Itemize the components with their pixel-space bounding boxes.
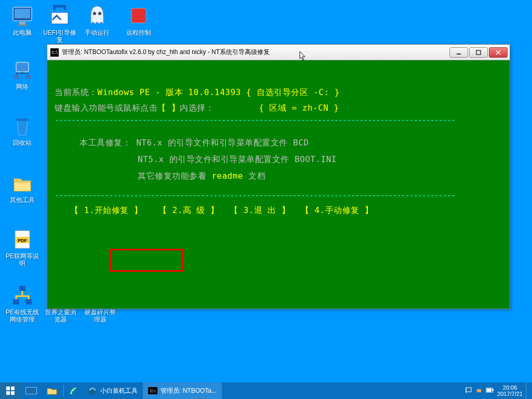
highlight-box [110, 249, 183, 272]
svg-rect-11 [25, 75, 31, 79]
recycle-bin-icon [10, 113, 35, 138]
bracket-icon: 【 】 [157, 103, 180, 113]
svg-rect-31 [11, 387, 15, 390]
desktop-icon-this-pc[interactable]: 此电脑 [4, 3, 41, 36]
network-icon [10, 57, 35, 82]
svg-rect-32 [6, 391, 10, 395]
folder-icon [10, 170, 35, 195]
taskbar-app-label: 小白装机工具 [100, 387, 138, 395]
desktop-icon-uefi[interactable]: UEFI引导修复 [42, 3, 78, 44]
readme-suffix: 文档 [243, 171, 265, 181]
svg-rect-16 [19, 286, 25, 291]
desktop-icon-netmgr[interactable]: PE有线无线网络管理 [4, 283, 41, 324]
desktop-icon-recycle[interactable]: 回收站 [4, 113, 41, 147]
svg-rect-7 [131, 8, 146, 23]
separator [63, 385, 64, 396]
tool-fix-nt6: NT6.x 的引导文件和引导菜单配置文件 BCD [136, 138, 309, 148]
clock-date: 2017/7/21 [497, 391, 523, 397]
cmd-small-icon: C:\ [148, 387, 157, 394]
cmd-icon: C:\ [50, 48, 59, 57]
menu-advanced[interactable]: 【 2.高 级 】 [158, 205, 219, 215]
taskbar: 小白装机工具 C:\ 管理员: NTBOOTa... 20:06 2017/7/… [0, 382, 532, 399]
svg-rect-35 [26, 388, 36, 394]
svg-rect-40 [477, 389, 481, 392]
desktop-icon-pdf[interactable]: PDF PE联网等说明 [4, 227, 41, 268]
start-button[interactable] [0, 382, 21, 399]
tray-flag-icon[interactable] [465, 387, 472, 395]
remote-icon [126, 3, 151, 28]
desktop-icon-ghost[interactable]: 手动运行 [79, 3, 115, 36]
svg-rect-30 [6, 387, 10, 390]
readme-prefix: 其它修复功能参看 [138, 171, 211, 181]
svg-rect-1 [15, 9, 30, 18]
desktop-icon-network[interactable]: 网络 [4, 57, 41, 90]
instruction-prefix: 键盘输入功能号或鼠标点击 [55, 103, 157, 113]
clock-time: 20:06 [497, 384, 523, 391]
window-title: 管理员: NTBOOTautofix v2.6.0 by chz_hlh and… [62, 48, 449, 57]
pdf-icon: PDF [10, 227, 35, 251]
svg-rect-43 [487, 389, 491, 392]
desktop-icon-other[interactable]: 其他工具 [4, 170, 41, 204]
close-button[interactable] [489, 47, 508, 58]
current-system-value: Windows PE - 版本 10.0.14393 [98, 87, 246, 97]
show-desktop-button[interactable] [526, 382, 529, 399]
tool-fix-label: 本工具修复： [79, 138, 136, 148]
uefi-icon [47, 3, 72, 28]
current-system-label: 当前系统： [55, 87, 98, 97]
tool-fix-nt5: NT5.x 的引导文件和引导菜单配置文件 BOOT.INI [138, 154, 337, 164]
divider: ----------------------------------------… [55, 114, 502, 126]
net-manage-icon [10, 283, 35, 308]
desktop-icon-remote[interactable]: 远程控制 [121, 3, 157, 36]
menu-start-repair[interactable]: 【 1.开始修复 】 [70, 205, 143, 215]
svg-rect-10 [14, 75, 19, 79]
svg-rect-33 [11, 391, 15, 395]
region-brace-open: { 区域 = [259, 103, 302, 113]
taskbar-app-label: 管理员: NTBOOTa... [161, 387, 217, 395]
svg-rect-3 [17, 24, 28, 26]
monitor-icon [10, 3, 35, 28]
window-titlebar[interactable]: C:\ 管理员: NTBOOTautofix v2.6.0 by chz_hlh… [47, 45, 510, 60]
taskview-button[interactable] [21, 382, 42, 399]
tray-clock[interactable]: 20:06 2017/7/21 [497, 384, 523, 397]
svg-rect-12 [16, 118, 29, 121]
menu-manual-repair[interactable]: 【 4.手动修复 】 [301, 205, 374, 215]
svg-point-5 [93, 12, 96, 15]
boot-partition-brace[interactable]: { 自选引导分区 -C: } [246, 87, 340, 97]
svg-rect-42 [493, 389, 494, 391]
taskbar-app-installer[interactable]: 小白装机工具 [83, 382, 143, 399]
minimize-button[interactable] [449, 47, 468, 58]
svg-rect-27 [476, 50, 481, 55]
taskbar-app-ntboot[interactable]: C:\ 管理员: NTBOOTa... [143, 382, 222, 399]
svg-rect-18 [25, 299, 32, 304]
installer-icon [88, 386, 97, 395]
svg-rect-9 [16, 62, 29, 72]
console-body: 当前系统：Windows PE - 版本 10.0.14393 { 自选引导分区… [47, 60, 510, 224]
svg-rect-2 [19, 22, 25, 24]
svg-rect-38 [466, 388, 471, 392]
instruction-suffix: 内选择： [180, 103, 214, 113]
ntbootautofix-window: C:\ 管理员: NTBOOTautofix v2.6.0 by chz_hlh… [47, 44, 510, 309]
tray-wifi-icon[interactable] [475, 387, 483, 395]
maximize-button[interactable] [469, 47, 488, 58]
wifi-tray-icon[interactable] [65, 382, 83, 399]
svg-text:PDF: PDF [18, 238, 28, 243]
divider: ----------------------------------------… [55, 190, 502, 202]
file-explorer-button[interactable] [42, 382, 62, 399]
svg-rect-17 [13, 299, 19, 304]
ghost-icon [85, 3, 110, 28]
region-value[interactable]: zh-CN [302, 103, 329, 113]
readme-link[interactable]: readme [211, 171, 243, 181]
svg-point-6 [98, 12, 101, 15]
tray-battery-icon[interactable] [486, 387, 494, 395]
region-brace-close: } [328, 103, 339, 113]
menu-exit[interactable]: 【 3.退 出 】 [230, 205, 290, 215]
